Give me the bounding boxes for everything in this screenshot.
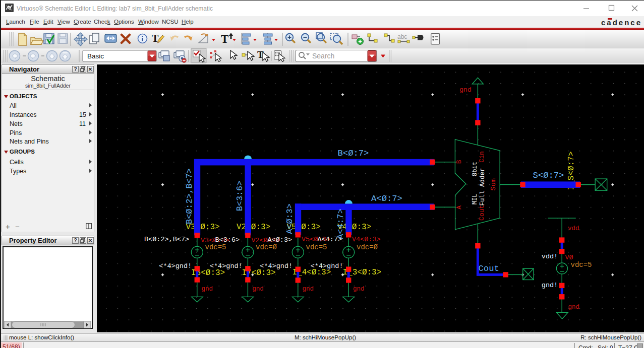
svg-text:gnd: gnd: [353, 286, 365, 293]
svg-text:gnd: gnd: [568, 304, 579, 311]
svg-text:B<Ø:2>,B<7>: B<Ø:2>,B<7>: [144, 236, 189, 243]
svg-text:A<Ø:7>: A<Ø:7>: [371, 194, 402, 203]
svg-text:MIL: MIL: [472, 194, 479, 205]
svg-text:Basic: Basic: [87, 52, 104, 60]
svg-text:abc: abc: [397, 33, 407, 40]
svg-text:gnd: gnd: [202, 286, 213, 293]
svg-text:gnd: gnd: [303, 286, 314, 293]
svg-text:B: B: [455, 160, 463, 164]
svg-text:vdc=Ø: vdc=Ø: [357, 243, 378, 251]
svg-text:Search: Search: [312, 52, 334, 60]
svg-text:A<Ø:3>: A<Ø:3>: [268, 236, 292, 244]
svg-text:B<Ø:2>,B<7>: B<Ø:2>,B<7>: [185, 168, 194, 224]
svg-text:VØ: VØ: [565, 254, 573, 261]
svg-text:vdc=5: vdc=5: [306, 243, 327, 251]
svg-text:vdc=Ø: vdc=Ø: [256, 243, 277, 251]
svg-text:A<4:7>: A<4:7>: [336, 208, 345, 239]
svg-text:V4<Ø:3>: V4<Ø:3>: [352, 236, 381, 243]
svg-text:<*4>gnd!: <*4>gnd!: [210, 262, 243, 270]
svg-text:T: T: [221, 33, 228, 45]
svg-text:gnd: gnd: [252, 286, 264, 293]
svg-text:V2<Ø:3>: V2<Ø:3>: [237, 223, 270, 232]
svg-text:<*4>gnd!: <*4>gnd!: [311, 262, 343, 270]
svg-text:<*4>gnd!: <*4>gnd!: [260, 262, 292, 270]
svg-text:B<Ø:7>: B<Ø:7>: [338, 149, 369, 158]
svg-text:Cout: Cout: [479, 264, 499, 273]
svg-text:A<Ø:3>: A<Ø:3>: [285, 203, 295, 234]
svg-text:vdc=5: vdc=5: [205, 243, 226, 251]
svg-text:8bit: 8bit: [472, 162, 479, 176]
svg-text:S<Ø:7>: S<Ø:7>: [533, 171, 564, 180]
svg-text:gnd!: gnd!: [542, 282, 558, 289]
svg-text:Cin: Cin: [479, 151, 486, 163]
svg-text:<*4>gnd!: <*4>gnd!: [159, 262, 192, 270]
svg-text:Cout: Cout: [478, 205, 486, 221]
svg-text:B<3:6>: B<3:6>: [235, 181, 245, 211]
svg-text:vdd!: vdd!: [542, 253, 558, 260]
svg-text:gnd: gnd: [459, 86, 471, 94]
svg-text:Sum: Sum: [490, 178, 497, 190]
svg-text:Full Adder: Full Adder: [479, 168, 486, 205]
svg-text:vdd: vdd: [568, 225, 579, 232]
svg-text:B<3:6>: B<3:6>: [215, 236, 240, 244]
svg-text:A: A: [455, 205, 463, 210]
svg-text:vdc=5: vdc=5: [571, 261, 592, 269]
